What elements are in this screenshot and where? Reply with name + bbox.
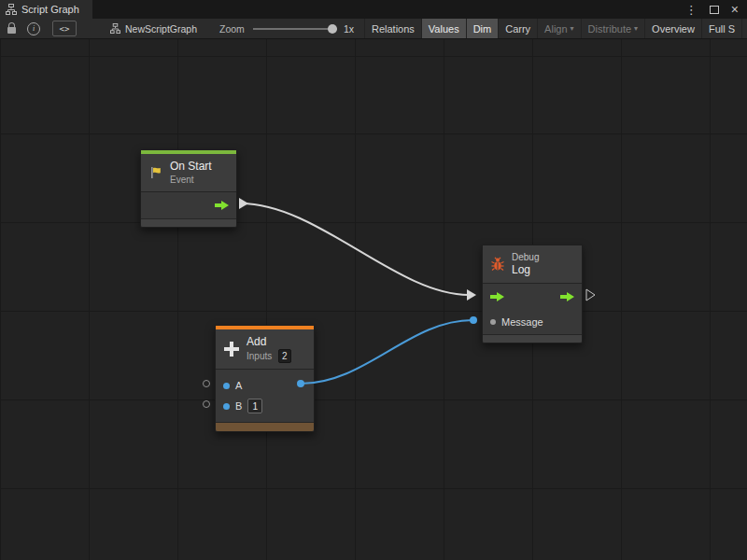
node-footer [141, 218, 236, 227]
inputs-count-field[interactable]: 2 [278, 349, 291, 363]
add-port-a-row: A [216, 375, 314, 396]
port-a-label: A [235, 380, 242, 391]
graph-asset-icon [110, 23, 120, 34]
ghost-port-b [204, 401, 210, 408]
window-close-icon[interactable]: × [731, 3, 739, 16]
log-flow-output-ghost [586, 289, 595, 301]
wire-flow-end-arrow [467, 289, 476, 301]
ghost-port-a [204, 381, 210, 387]
debug-log-flow-row [483, 284, 582, 310]
debug-log-header: Debug Log [483, 245, 582, 283]
add-ports: A B 1 [216, 370, 314, 422]
toolbar-button-relations[interactable]: Relations [364, 19, 421, 39]
add-header: Add Inputs 2 [216, 329, 314, 369]
node-footer [216, 422, 314, 431]
node-title: Add [247, 335, 291, 349]
toolbar-button-fullscreen[interactable]: Full S [701, 19, 742, 39]
window-maximize-icon[interactable] [710, 6, 719, 14]
node-subtitle: Inputs 2 [247, 349, 291, 363]
chevron-down-icon: ▾ [634, 24, 638, 33]
tab-script-graph[interactable]: Script Graph [0, 0, 92, 19]
node-subtitle: Event [170, 174, 212, 186]
debug-log-message-row: Message [483, 310, 582, 334]
zoom-slider[interactable] [253, 28, 337, 30]
toolbar-button-distribute[interactable]: Distribute ▾ [581, 19, 644, 39]
zoom-label: Zoom [219, 23, 245, 35]
wire-flow-onstart-to-log[interactable] [241, 203, 469, 295]
window-controls: ⋮ × [685, 0, 747, 19]
flow-output-port[interactable] [560, 292, 574, 301]
port-a-input[interactable] [223, 383, 230, 389]
bug-icon [490, 257, 505, 272]
toolbar-button-overview[interactable]: Overview [644, 19, 701, 39]
lock-icon[interactable] [7, 27, 16, 34]
zoom-slider-handle[interactable] [328, 24, 337, 34]
script-graph-tab-icon [6, 4, 17, 15]
toolbar-button-values[interactable]: Values [421, 19, 466, 39]
node-title: Log [512, 263, 539, 277]
port-b-input[interactable] [223, 403, 230, 410]
flow-input-port[interactable] [490, 292, 504, 301]
zoom-value: 1x [344, 23, 354, 35]
add-titles: Add Inputs 2 [247, 335, 291, 363]
flow-output-port[interactable] [215, 201, 229, 210]
on-start-header: On Start Event [141, 154, 236, 191]
node-debug-log[interactable]: Debug Log Message [482, 245, 583, 343]
message-input-port[interactable] [490, 319, 496, 325]
graph-toolbar: i <> NewScriptGraph Zoom 1x Relations Va… [0, 19, 747, 39]
code-preview-button[interactable]: <> [52, 21, 77, 36]
distribute-label: Distribute [588, 23, 631, 35]
toolbar-button-dim[interactable]: Dim [466, 19, 499, 39]
on-start-titles: On Start Event [170, 160, 212, 186]
node-category: Debug [512, 251, 539, 263]
node-footer [483, 334, 582, 343]
chevron-down-icon: ▾ [571, 24, 574, 33]
node-title: On Start [170, 160, 212, 174]
titlebar: Script Graph ⋮ × [0, 0, 747, 19]
wire-flow-start-arrow [239, 198, 248, 209]
node-add[interactable]: Add Inputs 2 A B 1 [215, 325, 315, 432]
node-on-start[interactable]: On Start Event [140, 149, 237, 228]
toolbar-toggle-group: Relations Values Dim Carry Align ▾ Distr… [364, 19, 742, 39]
flag-icon [148, 165, 163, 180]
toolbar-button-align[interactable]: Align ▾ [537, 19, 580, 39]
script-graph-window: Script Graph ⋮ × i <> NewScriptGraph Zoo… [0, 0, 747, 560]
inputs-label: Inputs [247, 351, 272, 361]
toolbar-button-carry[interactable]: Carry [498, 19, 537, 39]
port-b-value-field[interactable]: 1 [247, 399, 262, 413]
graph-canvas[interactable]: On Start Event [0, 39, 747, 560]
on-start-output-row [141, 192, 236, 218]
plus-icon [223, 341, 240, 357]
connections-layer [0, 39, 747, 560]
info-icon[interactable]: i [27, 22, 40, 35]
add-port-b-row: B 1 [216, 396, 314, 416]
align-label: Align [544, 23, 567, 35]
message-port-label: Message [501, 316, 543, 328]
wire-value-add-to-message[interactable] [301, 320, 472, 384]
port-b-label: B [235, 400, 242, 412]
wire-value-end-dot [470, 316, 477, 324]
tab-title: Script Graph [21, 4, 79, 15]
graph-breadcrumb[interactable]: NewScriptGraph [110, 23, 197, 35]
graph-name: NewScriptGraph [125, 23, 197, 35]
window-menu-icon[interactable]: ⋮ [685, 4, 698, 16]
debug-log-titles: Debug Log [512, 251, 539, 277]
